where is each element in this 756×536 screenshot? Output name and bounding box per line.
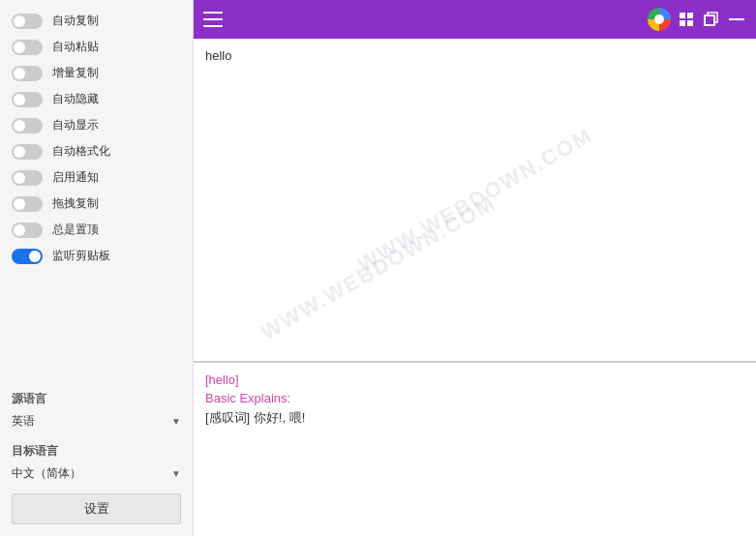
toggle-item-monitor-clipboard: 监听剪贴板 [0, 243, 193, 269]
source-lang-label: 源语言 [0, 385, 193, 409]
input-watermark: WWW.WEBDOWN.COM [353, 122, 597, 277]
source-lang-dropdown[interactable]: 英语 ▼ [0, 409, 193, 433]
input-text: hello [205, 48, 744, 63]
svg-rect-0 [680, 13, 685, 18]
toggle-label-monitor-clipboard: 监听剪贴板 [52, 248, 110, 264]
sidebar: 自动复制自动粘贴增量复制自动隐藏自动显示自动格式化启用通知拖拽复制总是置顶监听剪… [0, 0, 194, 536]
toggle-switch-auto-paste[interactable] [12, 40, 43, 55]
result-area: [hello] Basic Explains: [感叹词] 你好!, 喂! WW… [194, 362, 756, 536]
toggle-label-incremental-copy: 增量复制 [52, 65, 99, 81]
toggle-label-drag-copy: 拖拽复制 [52, 195, 99, 212]
toggle-label-auto-show: 自动显示 [52, 117, 99, 134]
target-lang-arrow-icon: ▼ [171, 468, 181, 479]
toggle-item-enable-notify: 启用通知 [0, 164, 193, 191]
windows-grid-icon[interactable] [677, 12, 696, 27]
target-lang-dropdown[interactable]: 中文（简体） ▼ [0, 462, 193, 486]
google-chrome-icon[interactable] [648, 8, 671, 31]
input-area[interactable]: hello WWW.WEBDOWN.COM [194, 39, 756, 362]
result-content: [感叹词] 你好!, 喂! [205, 409, 744, 427]
toggle-label-auto-format: 自动格式化 [52, 143, 110, 160]
target-lang-label: 目标语言 [0, 437, 193, 462]
toggle-switch-auto-hide[interactable] [12, 92, 43, 107]
toggle-item-auto-format: 自动格式化 [0, 138, 193, 164]
svg-rect-7 [729, 18, 744, 20]
toggle-label-auto-copy: 自动复制 [52, 13, 99, 29]
toggle-switch-enable-notify[interactable] [12, 170, 43, 186]
toggle-item-auto-hide: 自动隐藏 [0, 86, 193, 112]
source-lang-arrow-icon: ▼ [171, 416, 181, 427]
toggle-item-always-top: 总是置顶 [0, 217, 193, 243]
result-subtitle: Basic Explains: [205, 391, 744, 405]
hamburger-menu-icon[interactable] [203, 12, 223, 27]
toggle-switch-monitor-clipboard[interactable] [12, 249, 43, 264]
settings-area: 设置 [0, 486, 193, 536]
toggle-label-auto-paste: 自动粘贴 [52, 39, 99, 55]
svg-rect-3 [687, 20, 693, 26]
toggle-switch-always-top[interactable] [12, 223, 43, 238]
toggle-item-auto-copy: 自动复制 [0, 8, 193, 34]
titlebar [194, 0, 756, 39]
toggle-switch-auto-copy[interactable] [12, 14, 43, 29]
toggle-switch-auto-format[interactable] [12, 144, 43, 160]
toggle-item-incremental-copy: 增量复制 [0, 60, 193, 86]
source-lang-section: 源语言 英语 ▼ [0, 385, 193, 433]
svg-rect-1 [687, 13, 693, 18]
toggle-switch-drag-copy[interactable] [12, 196, 43, 212]
titlebar-controls [648, 8, 746, 31]
result-query: [hello] [205, 372, 744, 387]
toggle-item-auto-show: 自动显示 [0, 112, 193, 138]
toggle-list: 自动复制自动粘贴增量复制自动隐藏自动显示自动格式化启用通知拖拽复制总是置顶监听剪… [0, 0, 193, 385]
toggle-label-always-top: 总是置顶 [52, 222, 99, 238]
toggle-switch-auto-show[interactable] [12, 118, 43, 134]
settings-button[interactable]: 设置 [12, 493, 181, 524]
source-lang-value: 英语 [12, 413, 167, 430]
toggle-label-auto-hide: 自动隐藏 [52, 91, 99, 107]
toggle-item-auto-paste: 自动粘贴 [0, 34, 193, 60]
svg-rect-5 [705, 15, 714, 25]
restore-icon[interactable] [702, 12, 721, 27]
toggle-label-enable-notify: 启用通知 [52, 169, 99, 186]
target-lang-value: 中文（简体） [12, 465, 167, 482]
main-panel: hello WWW.WEBDOWN.COM [hello] Basic Expl… [194, 0, 756, 536]
toggle-switch-incremental-copy[interactable] [12, 66, 43, 81]
target-lang-section: 目标语言 中文（简体） ▼ [0, 437, 193, 486]
toggle-item-drag-copy: 拖拽复制 [0, 191, 193, 217]
svg-rect-2 [680, 20, 685, 26]
minimize-icon[interactable] [727, 12, 746, 27]
